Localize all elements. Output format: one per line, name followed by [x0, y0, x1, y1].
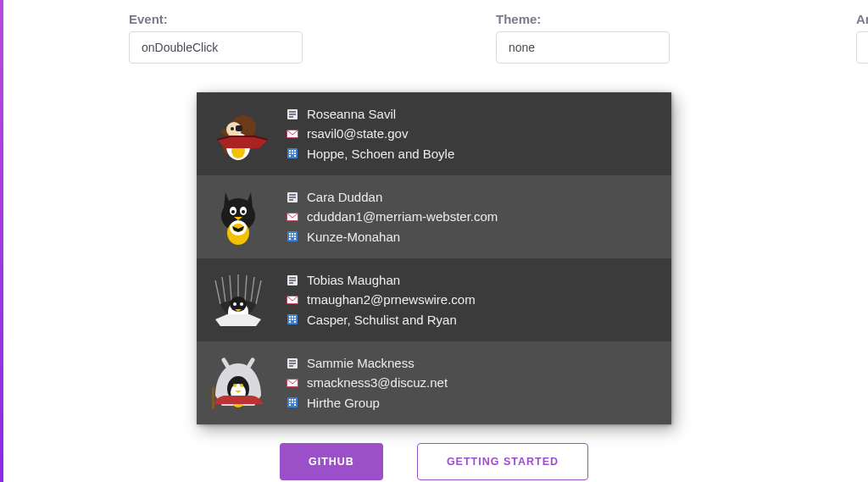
svg-rect-37 — [294, 235, 296, 237]
list-item[interactable]: Roseanna Savil rsavil0@state.gov Hoppe, … — [197, 92, 671, 175]
svg-rect-8 — [289, 116, 293, 118]
building-icon — [287, 396, 298, 408]
svg-rect-33 — [292, 233, 293, 235]
svg-rect-76 — [294, 402, 296, 403]
svg-rect-75 — [292, 402, 293, 403]
svg-rect-72 — [292, 399, 293, 401]
svg-rect-78 — [294, 404, 296, 406]
email-line: tmaughan2@prnewswire.com — [287, 290, 654, 309]
svg-rect-38 — [289, 238, 291, 240]
company-text: Casper, Schulist and Ryan — [307, 310, 457, 330]
name-line: Sammie Mackness — [287, 353, 654, 373]
svg-rect-28 — [289, 197, 296, 198]
control-group-theme: Theme: — [496, 12, 670, 64]
svg-rect-48 — [289, 282, 293, 284]
svg-point-42 — [233, 302, 236, 306]
svg-point-24 — [242, 210, 245, 213]
company-line: Casper, Schulist and Ryan — [287, 310, 654, 330]
theme-label: Theme: — [496, 12, 670, 26]
svg-point-3 — [231, 127, 234, 130]
name-text: Sammie Mackness — [307, 353, 415, 373]
building-icon — [287, 147, 298, 159]
svg-rect-7 — [289, 114, 296, 115]
envelope-icon — [287, 377, 298, 389]
company-text: Kunze-Monahan — [307, 227, 400, 247]
email-line: rsavil0@state.gov — [287, 124, 654, 143]
list-item[interactable]: Tobias Maughan tmaughan2@prnewswire.com … — [197, 258, 671, 341]
svg-rect-68 — [289, 365, 293, 367]
svg-rect-67 — [289, 363, 296, 364]
left-accent-bar — [0, 0, 3, 482]
buttons-row: GITHUB GETTING STARTED — [0, 443, 868, 480]
animation-label: Animation: — [856, 12, 868, 26]
building-icon — [287, 313, 298, 325]
svg-rect-17 — [289, 155, 291, 157]
company-line: Hirthe Group — [287, 393, 654, 413]
svg-rect-6 — [289, 111, 296, 113]
avatar — [209, 270, 268, 330]
github-button[interactable]: GITHUB — [280, 443, 383, 480]
email-text: cduddan1@merriam-webster.com — [307, 207, 498, 226]
name-text: Cara Duddan — [307, 187, 382, 207]
svg-rect-35 — [289, 235, 291, 237]
email-text: rsavil0@state.gov — [307, 124, 408, 143]
svg-rect-74 — [289, 402, 291, 403]
svg-point-62 — [240, 384, 243, 387]
svg-rect-18 — [294, 155, 296, 157]
svg-rect-11 — [289, 150, 291, 152]
svg-rect-55 — [292, 319, 293, 320]
person-icon — [287, 357, 298, 369]
list-item[interactable]: Cara Duddan cduddan1@merriam-webster.com… — [197, 175, 671, 258]
list-item-body: Sammie Mackness smackness3@discuz.net Hi… — [287, 353, 654, 413]
getting-started-button[interactable]: GETTING STARTED — [417, 443, 588, 480]
name-line: Roseanna Savil — [287, 104, 654, 124]
avatar — [209, 104, 268, 163]
svg-rect-29 — [289, 199, 293, 201]
envelope-icon — [287, 294, 298, 306]
list-item-body: Roseanna Savil rsavil0@state.gov Hoppe, … — [287, 104, 654, 163]
svg-rect-77 — [289, 404, 291, 406]
svg-rect-32 — [289, 233, 291, 235]
control-group-event: Event: — [129, 12, 303, 64]
svg-rect-34 — [294, 233, 296, 235]
building-icon — [287, 230, 298, 242]
svg-point-23 — [231, 210, 235, 213]
person-icon — [287, 274, 298, 286]
svg-rect-13 — [294, 150, 296, 152]
svg-rect-4 — [236, 125, 242, 131]
list-item[interactable]: Sammie Mackness smackness3@discuz.net Hi… — [197, 341, 671, 424]
svg-rect-64 — [212, 387, 214, 409]
theme-input[interactable] — [496, 31, 670, 64]
svg-rect-47 — [289, 280, 296, 281]
list-item-body: Tobias Maughan tmaughan2@prnewswire.com … — [287, 270, 654, 330]
person-icon — [287, 191, 298, 203]
svg-point-43 — [240, 302, 243, 306]
svg-rect-27 — [289, 194, 296, 196]
svg-rect-58 — [294, 321, 296, 323]
email-line: cduddan1@merriam-webster.com — [287, 207, 654, 226]
company-text: Hirthe Group — [307, 393, 380, 413]
email-text: tmaughan2@prnewswire.com — [307, 290, 476, 309]
svg-rect-36 — [292, 235, 293, 237]
svg-rect-14 — [289, 152, 291, 154]
control-group-animation: Animation: — [856, 12, 868, 64]
envelope-icon — [287, 211, 298, 223]
controls-row: Event: Theme: Animation: — [0, 0, 868, 64]
svg-rect-51 — [289, 316, 291, 318]
svg-rect-46 — [289, 277, 296, 279]
svg-rect-52 — [292, 316, 293, 318]
event-label: Event: — [129, 12, 303, 26]
company-line: Kunze-Monahan — [287, 227, 654, 247]
name-text: Roseanna Savil — [307, 104, 396, 124]
animation-input[interactable] — [856, 31, 868, 64]
event-input[interactable] — [129, 31, 303, 64]
avatar — [209, 353, 268, 413]
svg-rect-39 — [294, 238, 296, 240]
svg-rect-54 — [289, 319, 291, 320]
svg-rect-57 — [289, 321, 291, 323]
svg-rect-66 — [289, 360, 296, 362]
email-line: smackness3@discuz.net — [287, 373, 654, 392]
svg-rect-16 — [294, 152, 296, 154]
envelope-icon — [287, 128, 298, 140]
svg-rect-73 — [294, 399, 296, 401]
